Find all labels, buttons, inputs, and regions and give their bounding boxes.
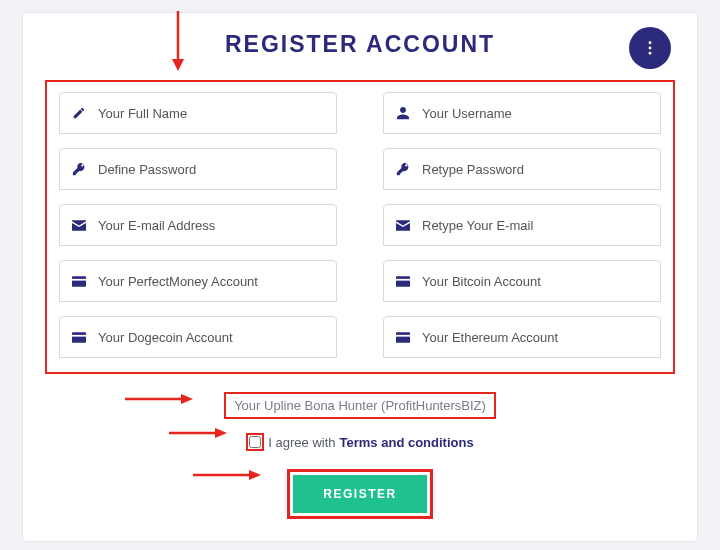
retype-password-input[interactable] bbox=[422, 162, 650, 177]
dogecoin-input[interactable] bbox=[98, 330, 326, 345]
svg-rect-6 bbox=[396, 278, 410, 280]
key-icon bbox=[70, 162, 88, 176]
page-title: REGISTER ACCOUNT bbox=[225, 31, 495, 58]
register-button-highlight: REGISTER bbox=[287, 469, 432, 519]
bitcoin-input[interactable] bbox=[422, 274, 650, 289]
field-email bbox=[59, 204, 337, 246]
password-input[interactable] bbox=[98, 162, 326, 177]
field-username bbox=[383, 92, 661, 134]
field-perfectmoney bbox=[59, 260, 337, 302]
svg-rect-5 bbox=[396, 276, 410, 287]
field-bitcoin bbox=[383, 260, 661, 302]
svg-point-2 bbox=[649, 52, 652, 55]
card-icon bbox=[70, 332, 88, 343]
full-name-input[interactable] bbox=[98, 106, 326, 121]
agree-checkbox-wrap bbox=[246, 433, 264, 451]
card-icon bbox=[394, 276, 412, 287]
terms-link[interactable]: Terms and conditions bbox=[340, 435, 474, 450]
card-icon bbox=[394, 332, 412, 343]
svg-rect-7 bbox=[72, 332, 86, 343]
svg-rect-9 bbox=[396, 332, 410, 343]
field-retype-password bbox=[383, 148, 661, 190]
email-input[interactable] bbox=[98, 218, 326, 233]
dots-vertical-icon bbox=[643, 41, 657, 55]
retype-email-input[interactable] bbox=[422, 218, 650, 233]
menu-button[interactable] bbox=[629, 27, 671, 69]
field-password bbox=[59, 148, 337, 190]
svg-marker-12 bbox=[172, 59, 184, 71]
key-icon bbox=[394, 162, 412, 176]
register-card: REGISTER ACCOUNT bbox=[22, 12, 698, 542]
svg-point-0 bbox=[649, 41, 652, 44]
perfectmoney-input[interactable] bbox=[98, 274, 326, 289]
register-button[interactable]: REGISTER bbox=[293, 475, 426, 513]
field-full-name bbox=[59, 92, 337, 134]
svg-rect-10 bbox=[396, 334, 410, 336]
svg-point-1 bbox=[649, 47, 652, 50]
username-input[interactable] bbox=[422, 106, 650, 121]
svg-rect-3 bbox=[72, 276, 86, 287]
svg-rect-8 bbox=[72, 334, 86, 336]
envelope-icon bbox=[70, 220, 88, 231]
edit-icon bbox=[70, 106, 88, 120]
fields-grid bbox=[45, 80, 675, 374]
field-ethereum bbox=[383, 316, 661, 358]
card-header: REGISTER ACCOUNT bbox=[45, 31, 675, 58]
upline-text: Your Upline Bona Hunter (ProfitHuntersBI… bbox=[224, 392, 496, 419]
envelope-icon bbox=[394, 220, 412, 231]
svg-rect-4 bbox=[72, 278, 86, 280]
user-icon bbox=[394, 106, 412, 120]
agree-checkbox[interactable] bbox=[249, 436, 261, 448]
agree-prefix: I agree with bbox=[268, 435, 335, 450]
agree-row: I agree with Terms and conditions bbox=[246, 433, 473, 451]
card-icon bbox=[70, 276, 88, 287]
field-dogecoin bbox=[59, 316, 337, 358]
field-retype-email bbox=[383, 204, 661, 246]
ethereum-input[interactable] bbox=[422, 330, 650, 345]
below-section: Your Upline Bona Hunter (ProfitHuntersBI… bbox=[45, 392, 675, 519]
